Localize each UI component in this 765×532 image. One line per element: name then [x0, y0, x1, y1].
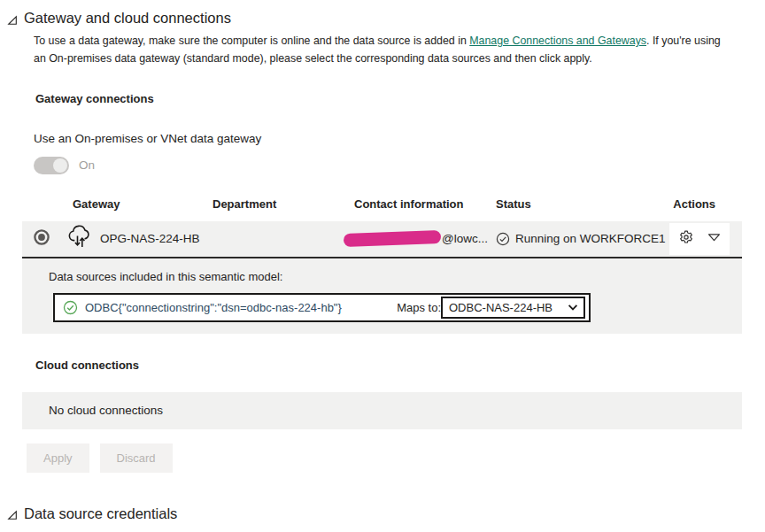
gateway-cloud-icon — [67, 224, 94, 253]
cloud-connections-empty: No cloud connections — [22, 392, 742, 429]
column-header-gateway: Gateway — [73, 197, 212, 211]
data-sources-panel: Data sources included in this semantic m… — [22, 258, 742, 334]
chevron-down-icon — [707, 232, 721, 245]
footer-buttons: Apply Discard — [27, 443, 765, 473]
contact-text: @lowc... — [442, 232, 488, 245]
description-before: To use a data gateway, make sure the com… — [34, 35, 469, 47]
column-header-status: Status — [496, 197, 669, 211]
credentials-section-header: Data source credentials — [7, 505, 765, 522]
gateway-settings-button[interactable] — [678, 229, 694, 248]
gateway-name: OPG-NAS-224-HB — [100, 232, 200, 245]
gateway-status-cell: Running on WORKFORCE1 — [496, 232, 669, 246]
header-spacer — [22, 197, 73, 211]
column-header-department: Department — [212, 197, 354, 211]
gateway-description: To use a data gateway, make sure the com… — [34, 33, 726, 68]
gateway-toggle-label: Use an On-premises or VNet data gateway — [34, 132, 765, 145]
contact-redaction-scribble — [344, 230, 441, 247]
maps-to-dropdown[interactable]: ODBC-NAS-224-HB — [441, 297, 585, 319]
collapse-triangle-icon[interactable] — [7, 13, 18, 24]
cloud-connections-heading: Cloud connections — [35, 359, 765, 372]
gateway-connections-heading: Gateway connections — [35, 92, 765, 105]
gear-icon — [678, 229, 694, 248]
data-source-ok-icon — [63, 300, 78, 315]
gateway-name-cell: OPG-NAS-224-HB — [73, 224, 212, 253]
gateway-actions-cell — [669, 223, 742, 255]
data-source-row: ODBC{"connectionstring":"dsn=odbc-nas-22… — [53, 293, 591, 322]
gateway-table-row[interactable]: OPG-NAS-224-HB @lowc... Running on WORKF… — [22, 221, 742, 258]
status-check-icon — [496, 232, 510, 246]
data-source-name: ODBC{"connectionstring":"dsn=odbc-nas-22… — [85, 301, 342, 314]
data-sources-label: Data sources included in this semantic m… — [49, 270, 742, 283]
gateway-table: Gateway Department Contact information S… — [22, 196, 742, 258]
radio-selected-icon[interactable] — [33, 228, 50, 250]
gateway-toggle-row: On — [34, 157, 765, 174]
dropdown-chevron-icon — [568, 304, 578, 312]
gateway-radio-cell — [22, 228, 73, 250]
column-header-contact: Contact information — [354, 197, 496, 211]
gateway-contact-cell: @lowc... — [354, 232, 496, 245]
discard-button[interactable]: Discard — [100, 443, 173, 473]
section-title: Gateway and cloud connections — [24, 10, 231, 27]
gateway-section-header: Gateway and cloud connections — [7, 10, 765, 27]
maps-to-label: Maps to: — [397, 301, 441, 314]
toggle-knob — [53, 158, 67, 173]
toggle-state-label: On — [79, 158, 95, 172]
gateway-toggle[interactable] — [34, 157, 69, 174]
actions-box — [669, 223, 730, 255]
credentials-title: Data source credentials — [24, 505, 177, 522]
maps-to-selected-value: ODBC-NAS-224-HB — [449, 301, 552, 314]
gateway-expand-button[interactable] — [707, 232, 721, 245]
status-text: Running on WORKFORCE1 — [515, 232, 666, 245]
column-header-actions: Actions — [669, 197, 742, 211]
collapse-triangle-icon[interactable] — [7, 508, 18, 519]
apply-button[interactable]: Apply — [27, 443, 89, 473]
gateway-table-header: Gateway Department Contact information S… — [22, 196, 742, 221]
manage-connections-link[interactable]: Manage Connections and Gateways — [469, 35, 646, 47]
